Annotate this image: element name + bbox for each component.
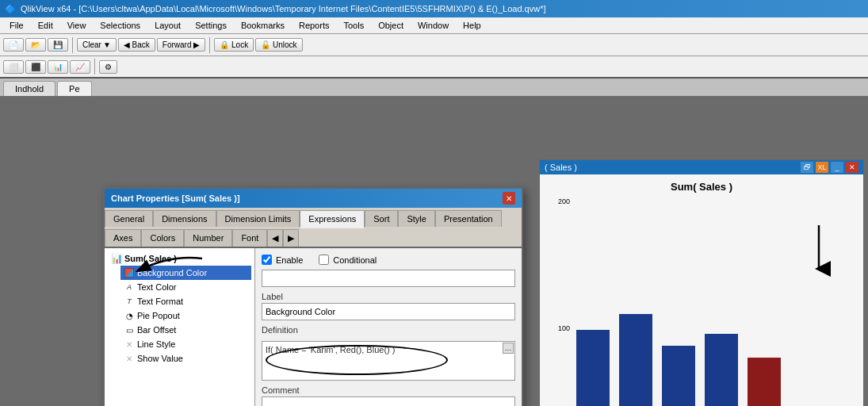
toolbar-sep2 <box>209 37 210 53</box>
tab-style[interactable]: Style <box>398 210 434 227</box>
toolbar-clear[interactable]: Clear ▼ <box>77 38 117 52</box>
bar-islam: Islam <box>662 346 695 406</box>
enable-checkbox-row: Enable <box>262 255 303 265</box>
chart-max-btn[interactable]: _ <box>831 162 843 173</box>
expr-item-line-style[interactable]: ✕ Line Style <box>120 337 251 351</box>
menu-help[interactable]: Help <box>457 19 488 32</box>
tab-presentation[interactable]: Presentation <box>435 210 502 227</box>
chart-restore-btn[interactable]: 🗗 <box>801 162 813 173</box>
tab-indhold[interactable]: Indhold <box>3 81 55 96</box>
tab-expressions[interactable]: Expressions <box>300 210 365 228</box>
dialog-close-button[interactable]: ✕ <box>503 192 515 205</box>
definition-expand-btn[interactable]: … <box>503 343 514 354</box>
line-style-icon: ✕ <box>124 339 135 350</box>
menu-bar: File Edit View Selections Layout Setting… <box>0 17 868 34</box>
expr-show-value-label: Show Value <box>137 354 183 363</box>
tb2-btn5[interactable]: ⚙ <box>99 60 117 74</box>
tb2-sep <box>94 59 95 75</box>
menu-reports[interactable]: Reports <box>293 19 336 32</box>
expr-bg-label: Background Color <box>137 268 207 278</box>
expr-item-bg-color[interactable]: Background Color <box>120 266 251 280</box>
menu-layout[interactable]: Layout <box>148 19 187 32</box>
title-text: QlikView x64 - [C:\Users\cltwa\AppData\L… <box>21 4 545 13</box>
expr-tree-parent[interactable]: 📊 Sum( Sales ) <box>108 251 251 266</box>
dialog-tabs: General Dimensions Dimension Limits Expr… <box>105 208 522 248</box>
app-tabs: Indhold Pe <box>0 79 868 96</box>
tab-colors[interactable]: Colors <box>141 229 184 247</box>
label-input[interactable] <box>262 303 515 320</box>
conditional-label: Conditional <box>333 255 377 265</box>
tab-dimension-limits[interactable]: Dimension Limits <box>216 210 300 227</box>
menu-file[interactable]: File <box>3 19 30 32</box>
toolbar-lock[interactable]: 🔒 Lock <box>214 38 254 52</box>
expr-item-bar-offset[interactable]: ▭ Bar Offset <box>120 323 251 337</box>
tab-general[interactable]: General <box>105 210 153 227</box>
dialog-titlebar: Chart Properties [Sum( Sales )] ✕ <box>105 189 522 208</box>
menu-view[interactable]: View <box>61 19 93 32</box>
tab-scroll-left[interactable]: ◀ <box>267 229 283 247</box>
y-axis: 200 100 0 <box>546 197 570 406</box>
comment-input[interactable] <box>262 396 515 406</box>
expr-item-text-color[interactable]: A Text Color <box>120 280 251 294</box>
tab-sort[interactable]: Sort <box>365 210 398 227</box>
tab-dimensions[interactable]: Dimensions <box>153 210 216 227</box>
expr-text-color-label: Text Color <box>137 282 177 292</box>
menu-edit[interactable]: Edit <box>32 19 59 32</box>
menu-object[interactable]: Object <box>372 19 410 32</box>
chart-min-btn[interactable]: XL <box>816 162 828 173</box>
toolbar-sep1 <box>72 37 73 53</box>
toolbar-unlock[interactable]: 🔓 Unlock <box>255 38 302 52</box>
dialog-title-text: Chart Properties [Sum( Sales )] <box>111 193 240 203</box>
menu-selections[interactable]: Selections <box>94 19 147 32</box>
tb2-btn2[interactable]: ⬛ <box>25 60 46 74</box>
tab-number[interactable]: Number <box>184 229 232 247</box>
menu-settings[interactable]: Settings <box>189 19 233 32</box>
pie-popout-icon: ◔ <box>124 310 135 321</box>
conditional-input[interactable] <box>262 270 515 287</box>
tab-font[interactable]: Font <box>232 229 267 247</box>
expr-text-format-label: Text Format <box>137 297 183 306</box>
comment-section: Comment <box>262 385 515 406</box>
toolbar-back[interactable]: ◀ Back <box>118 38 155 52</box>
toolbar-save[interactable]: 💾 <box>48 38 68 52</box>
tab-pe[interactable]: Pe <box>57 81 91 96</box>
definition-text: If( Name = 'Karim', Red(), Blue() ) <box>266 345 395 354</box>
tab-scroll-right[interactable]: ▶ <box>283 229 299 247</box>
text-color-icon: A <box>124 282 135 293</box>
menu-bookmarks[interactable]: Bookmarks <box>235 19 291 32</box>
bar-javed: Javed <box>705 334 738 406</box>
menu-tools[interactable]: Tools <box>337 19 370 32</box>
expr-item-text-format[interactable]: T Text Format <box>120 294 251 308</box>
chart-close-btn[interactable]: ✕ <box>846 162 858 173</box>
expr-item-show-value[interactable]: ✕ Show Value <box>120 351 251 366</box>
enable-row: Enable Conditional <box>262 255 515 265</box>
definition-box[interactable]: If( Name = 'Karim', Red(), Blue() ) … <box>262 341 515 381</box>
chart-area: Sum( Sales ) 200 100 0 Anand Ancy <box>540 174 863 406</box>
y-tick-mid: 100 <box>558 324 570 332</box>
toolbar-new[interactable]: 📄 <box>3 38 24 52</box>
expr-item-pie-popout[interactable]: ◔ Pie Popout <box>120 308 251 323</box>
chart-title: ( Sales ) <box>545 163 577 172</box>
toolbar-open[interactable]: 📂 <box>25 38 46 52</box>
clear-label: Clear <box>82 40 101 49</box>
chart-properties-dialog: Chart Properties [Sum( Sales )] ✕ Genera… <box>103 187 523 406</box>
toolbar: 📄 📂 💾 Clear ▼ ◀ Back Forward ▶ 🔒 Lock 🔓 … <box>0 34 868 56</box>
workspace: Chart Properties [Sum( Sales )] ✕ Genera… <box>0 96 868 406</box>
tb2-btn4[interactable]: 📈 <box>70 60 90 74</box>
bar-karim-rect <box>748 358 781 406</box>
conditional-checkbox-row: Conditional <box>319 255 377 265</box>
app-icon: 🔷 <box>5 4 16 14</box>
enable-checkbox[interactable] <box>262 255 272 265</box>
bar-container: Anand Ancy Islam Javed <box>570 197 857 406</box>
menu-window[interactable]: Window <box>411 19 455 32</box>
bar-ancy: Ancy <box>619 314 652 406</box>
expr-pie-popout-label: Pie Popout <box>137 311 180 320</box>
tb2-btn1[interactable]: ⬜ <box>3 60 24 74</box>
bar-ancy-rect <box>619 314 652 406</box>
tb2-btn3[interactable]: 📊 <box>48 60 68 74</box>
conditional-checkbox[interactable] <box>319 255 329 265</box>
bar-javed-rect <box>705 334 738 406</box>
definition-field-title: Definition <box>262 325 515 335</box>
toolbar-forward[interactable]: Forward ▶ <box>157 38 205 52</box>
tab-axes[interactable]: Axes <box>105 229 141 247</box>
